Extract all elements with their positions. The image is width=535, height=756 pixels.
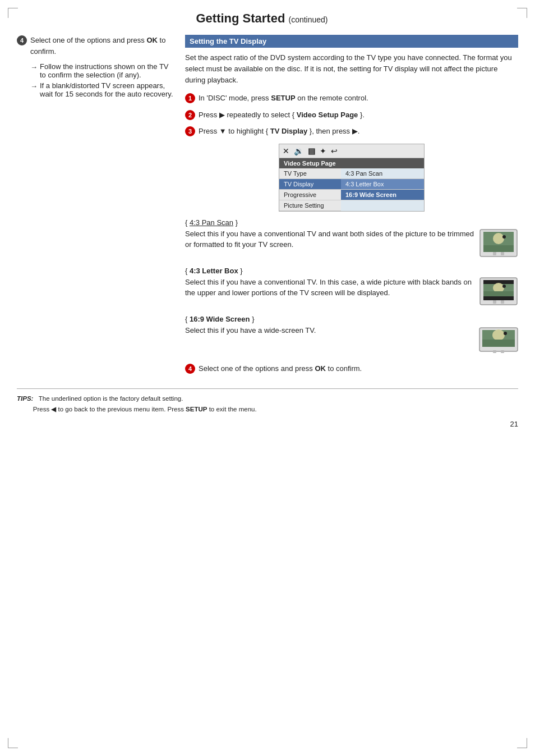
option-43panscan: 4:3 Pan Scan [341, 168, 424, 179]
svg-rect-17 [501, 300, 504, 304]
letter-box-title: { 4:3 Letter Box } [185, 267, 518, 275]
wide-screen-desc: Select this if you have a wide-screen TV… [185, 325, 474, 336]
letter-box-block: { 4:3 Letter Box } Select this if you ha… [185, 267, 518, 306]
option-43letterbox: 4:3 Letter Box [341, 179, 424, 190]
svg-rect-14 [483, 291, 514, 296]
tips-label: TIPS: [17, 395, 33, 402]
svg-rect-7 [501, 252, 504, 255]
svg-point-20 [492, 329, 505, 341]
pan-scan-desc: Select this if you have a conventional T… [185, 228, 474, 250]
tips-section: TIPS: The underlined option is the facto… [17, 388, 518, 414]
left-step4-number: 4 [17, 35, 27, 45]
tips-line1: The underlined option is the factory def… [39, 395, 183, 402]
icon-audio: 🔉 [294, 146, 303, 155]
right-step2-number: 2 [185, 110, 195, 120]
wide-screen-illustration [479, 325, 518, 354]
title-main: Getting Started [196, 11, 285, 25]
icon-video: ▤ [308, 146, 315, 155]
wide-screen-content: Select this if you have a wide-screen TV… [185, 325, 518, 354]
intro-text: Set the aspect ratio of the DVD system a… [185, 52, 518, 86]
menu-body: TV Type TV Display Progressive Picture S… [279, 168, 424, 211]
letter-box-title-text: 4:3 Letter Box [190, 267, 238, 275]
right-step1-number: 1 [185, 93, 195, 103]
menu-row-picturesetting: Picture Setting [279, 200, 341, 211]
right-step4-text: Select one of the options and press OK t… [199, 363, 362, 374]
right-step2-text: Press ▶ repeatedly to select { Video Set… [199, 109, 365, 121]
icon-pref: ✦ [320, 146, 326, 155]
menu-title: Video Setup Page [279, 158, 424, 168]
arrow1-bullet: → [30, 63, 38, 71]
option-169widescreen: 16:9 Wide Screen [341, 190, 424, 200]
pan-scan-title: { 4:3 Pan Scan } [185, 218, 518, 227]
pan-scan-illustration [479, 228, 518, 258]
svg-point-22 [504, 332, 507, 335]
pan-scan-block: { 4:3 Pan Scan } Select this if you have… [185, 218, 518, 258]
letter-box-illustration [479, 277, 518, 306]
menu-row-tvdisplay: TV Display [279, 179, 341, 190]
svg-point-3 [493, 233, 504, 244]
right-step3-text: Press ▼ to highlight { TV Display }, the… [199, 126, 359, 137]
icon-x: ✕ [283, 146, 289, 155]
left-arrow2: → If a blank/distorted TV screen appears… [30, 81, 174, 98]
left-step4-text: Select one of the options and press OK t… [30, 35, 174, 57]
pan-scan-content: Select this if you have a conventional T… [185, 228, 518, 258]
right-step1-text: In 'DISC' mode, press SETUP on the remot… [199, 93, 368, 104]
letter-box-desc: Select this if you have a conventional T… [185, 277, 474, 299]
pan-scan-title-text: 4:3 Pan Scan [190, 218, 233, 227]
menu-right-panel: 4:3 Pan Scan 4:3 Letter Box 16:9 Wide Sc… [341, 168, 424, 211]
wide-screen-title: { 16:9 Wide Screen } [185, 315, 518, 323]
setup-menu-screenshot: ✕ 🔉 ▤ ✦ ↩ Video Setup Page TV Type TV Di… [279, 144, 425, 212]
page-title: Getting Started (continued) [17, 11, 518, 26]
svg-rect-23 [493, 350, 496, 353]
svg-rect-4 [483, 245, 514, 252]
wide-screen-title-text: 16:9 Wide Screen [190, 315, 250, 323]
svg-rect-6 [493, 252, 496, 255]
wide-screen-block: { 16:9 Wide Screen } Select this if you … [185, 315, 518, 354]
right-step2: 2 Press ▶ repeatedly to select { Video S… [185, 109, 518, 121]
left-step4: 4 Select one of the options and press OK… [17, 35, 174, 57]
svg-point-5 [502, 235, 506, 239]
svg-rect-11 [483, 296, 514, 300]
letter-box-content: Select this if you have a conventional T… [185, 277, 518, 306]
page-number: 21 [17, 420, 518, 428]
menu-row-progressive: Progressive [279, 190, 341, 200]
right-column: Setting the TV Display Set the aspect ra… [185, 35, 518, 379]
icon-exit: ↩ [331, 146, 338, 155]
menu-row-tvtype: TV Type [279, 168, 341, 179]
right-step3: 3 Press ▼ to highlight { TV Display }, t… [185, 126, 518, 137]
left-arrow1: → Follow the instructions shown on the T… [30, 62, 174, 79]
arrow2-text: If a blank/distorted TV screen appears, … [40, 81, 174, 98]
right-step3-number: 3 [185, 126, 195, 136]
section-header: Setting the TV Display [185, 35, 518, 48]
svg-rect-16 [493, 300, 496, 304]
tips-line2: Press ◀ to go back to the previous menu … [33, 406, 257, 413]
right-step1: 1 In 'DISC' mode, press SETUP on the rem… [185, 93, 518, 104]
menu-icon-bar: ✕ 🔉 ▤ ✦ ↩ [279, 144, 424, 158]
arrow1-text: Follow the instructions shown on the TV … [40, 62, 174, 79]
arrow2-bullet: → [30, 82, 38, 90]
title-continued: (continued) [288, 15, 328, 24]
right-step4-number: 4 [185, 364, 195, 374]
svg-rect-24 [501, 350, 504, 353]
right-step4: 4 Select one of the options and press OK… [185, 363, 518, 374]
left-column: 4 Select one of the options and press OK… [17, 35, 174, 379]
menu-left-panel: TV Type TV Display Progressive Picture S… [279, 168, 341, 211]
svg-point-15 [502, 285, 506, 288]
svg-rect-21 [482, 340, 515, 347]
